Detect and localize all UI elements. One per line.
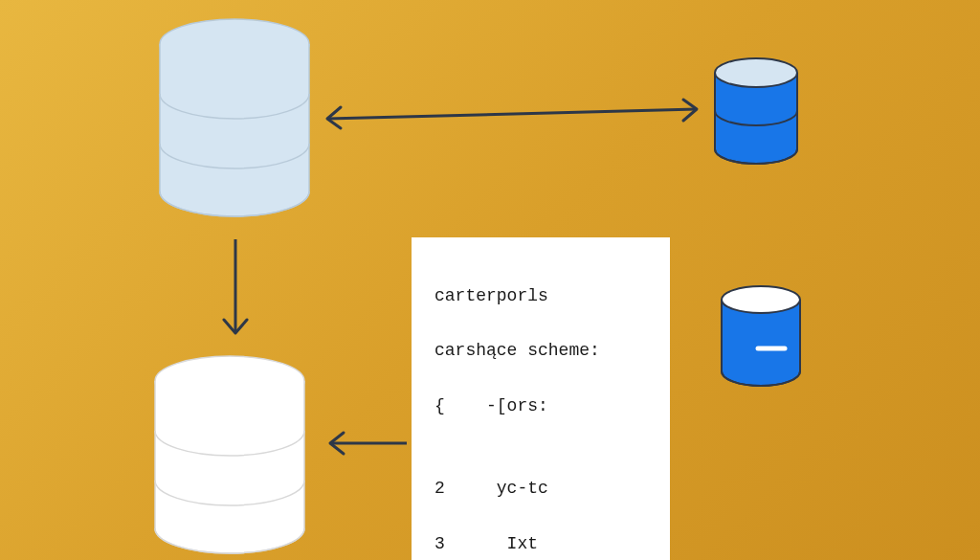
svg-point-2	[715, 58, 797, 87]
code-line: carterporls	[434, 282, 647, 310]
code-line: 3 Ixt	[434, 530, 647, 558]
code-schema-box: carterporls carshące scheme: { -[ors: 2 …	[412, 237, 670, 560]
arrow-left-icon	[321, 429, 412, 458]
code-line: carshące scheme:	[434, 337, 647, 365]
arrow-bidirectional-icon	[316, 96, 708, 134]
database-cylinder-source	[158, 17, 311, 218]
database-cylinder-replica-bottom	[720, 285, 802, 389]
svg-point-3	[722, 286, 800, 313]
database-cylinder-target	[153, 354, 306, 555]
svg-line-5	[327, 109, 697, 119]
code-line: 2 yc-tc	[434, 475, 647, 503]
database-cylinder-replica-top	[713, 57, 799, 168]
arrow-down-icon	[216, 235, 255, 346]
code-line: { -[ors:	[434, 392, 647, 420]
